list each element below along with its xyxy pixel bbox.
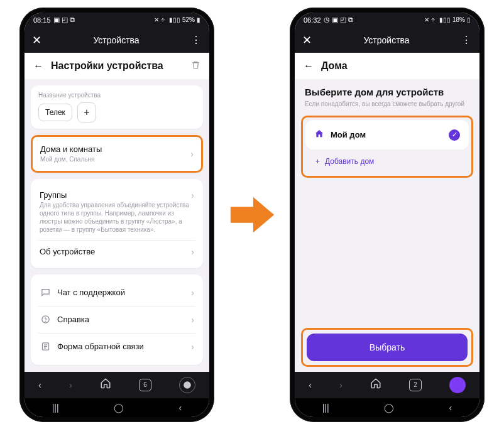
homes-list-highlight: Мой дом ✓ + Добавить дом bbox=[301, 116, 473, 178]
help-label: Справка bbox=[57, 315, 89, 324]
home-option-label: Мой дом bbox=[331, 130, 366, 139]
signal-icon: ▮▯▯ bbox=[439, 16, 451, 23]
about-row[interactable]: Об устройстве › bbox=[38, 242, 195, 262]
add-name-button[interactable]: + bbox=[77, 102, 96, 122]
app-bar: ✕ Устройства ⋮ bbox=[25, 28, 209, 53]
notif-icon: ▣ ◰ ⧉ bbox=[53, 16, 75, 24]
nav-forward-icon[interactable]: › bbox=[339, 379, 342, 390]
device-name-card: Название устройства Телек + bbox=[31, 85, 203, 129]
nav-tabs-button[interactable]: 2 bbox=[409, 379, 422, 391]
confirm-button-highlight: Выбрать bbox=[301, 328, 473, 367]
nav-tabs-button[interactable]: 6 bbox=[139, 379, 151, 391]
nav-home-icon[interactable] bbox=[100, 377, 111, 392]
mute-icon: ✕ bbox=[424, 16, 429, 23]
nav-home-icon[interactable] bbox=[370, 377, 381, 392]
status-bar: 06:32 ◷ ▣ ◰ ⧉ ✕ ᯤ ▮▯▯ 18% ▯ bbox=[295, 13, 479, 28]
choose-home-subtitle: Если понадобится, вы всегда сможете выбр… bbox=[305, 100, 469, 109]
chevron-right-icon: › bbox=[191, 342, 194, 352]
home-icon bbox=[314, 129, 324, 141]
sys-home-icon[interactable]: ◯ bbox=[384, 403, 394, 413]
homes-rooms-card[interactable]: Дома и комнаты Мой дом, Спальня › bbox=[31, 135, 203, 173]
transition-arrow bbox=[227, 193, 277, 237]
system-nav: ||| ◯ ‹ bbox=[25, 398, 209, 417]
plus-icon: + bbox=[315, 157, 320, 166]
browser-nav: ‹ › 2 bbox=[295, 372, 479, 398]
back-icon[interactable]: ← bbox=[304, 60, 314, 72]
sys-recent-icon[interactable]: ||| bbox=[52, 403, 59, 413]
mute-icon: ✕ bbox=[154, 16, 159, 23]
app-bar: ✕ Устройства ⋮ bbox=[295, 28, 479, 53]
appbar-title: Устройства bbox=[363, 35, 409, 45]
right-phone: 06:32 ◷ ▣ ◰ ⧉ ✕ ᯤ ▮▯▯ 18% ▯ ✕ Устройства… bbox=[290, 8, 485, 422]
support-card: Чат с поддержкой › Справка bbox=[31, 274, 203, 365]
sys-recent-icon[interactable]: ||| bbox=[322, 403, 329, 413]
notif-icon: ◷ ▣ ◰ ⧉ bbox=[324, 16, 353, 24]
chevron-right-icon: › bbox=[190, 149, 194, 159]
sys-back-icon[interactable]: ‹ bbox=[449, 403, 452, 413]
page-header: ← Дома bbox=[295, 53, 479, 79]
homes-rooms-subtitle: Мой дом, Спальня bbox=[40, 155, 102, 163]
select-button[interactable]: Выбрать bbox=[307, 334, 468, 361]
signal-icon: ▮▯▯ bbox=[169, 16, 180, 23]
more-icon[interactable]: ⋮ bbox=[191, 34, 202, 46]
appbar-title: Устройства bbox=[93, 35, 139, 45]
nav-forward-icon[interactable]: › bbox=[69, 379, 72, 390]
chat-support-label: Чат с поддержкой bbox=[57, 288, 125, 297]
chat-icon bbox=[40, 287, 51, 298]
groups-title: Группы bbox=[40, 190, 191, 200]
nav-assistant-button[interactable] bbox=[449, 377, 466, 393]
svg-point-1 bbox=[45, 321, 46, 322]
choose-home-title: Выберите дом для устройств bbox=[305, 87, 469, 97]
left-phone: 08:15 ▣ ◰ ⧉ ✕ ᯤ ▮▯▯ 52% ▮ ✕ Устройства ⋮ bbox=[19, 8, 214, 422]
svg-point-3 bbox=[184, 381, 191, 389]
add-home-label: Добавить дом bbox=[325, 157, 374, 166]
device-name-chip[interactable]: Телек bbox=[38, 104, 72, 121]
choose-home-header: Выберите дом для устройств Если понадоби… bbox=[295, 79, 479, 111]
wifi-icon: ᯤ bbox=[431, 16, 437, 23]
nav-assistant-button[interactable] bbox=[179, 377, 195, 393]
nav-back-icon[interactable]: ‹ bbox=[38, 379, 41, 390]
close-icon[interactable]: ✕ bbox=[302, 33, 312, 47]
status-time: 06:32 bbox=[304, 16, 321, 24]
groups-about-card: Группы Для удобства управления объединяй… bbox=[31, 179, 203, 268]
battery-icon: ▮ bbox=[197, 16, 200, 23]
status-time: 08:15 bbox=[33, 16, 51, 24]
groups-row[interactable]: Группы Для удобства управления объединяй… bbox=[38, 185, 195, 239]
page-header: ← Настройки устройства bbox=[25, 53, 209, 79]
feedback-row[interactable]: Форма обратной связи › bbox=[38, 335, 195, 359]
battery-icon: ▯ bbox=[467, 16, 471, 23]
help-row[interactable]: Справка › bbox=[38, 308, 195, 332]
status-battery: 52% bbox=[182, 16, 195, 23]
trash-icon[interactable] bbox=[191, 60, 200, 72]
nav-back-icon[interactable]: ‹ bbox=[309, 379, 312, 390]
chevron-right-icon: › bbox=[191, 190, 194, 200]
device-name-label: Название устройства bbox=[38, 92, 195, 99]
wifi-icon: ᯤ bbox=[161, 16, 167, 23]
home-option-row[interactable]: Мой дом ✓ bbox=[305, 120, 469, 149]
more-icon[interactable]: ⋮ bbox=[461, 34, 472, 46]
chat-support-row[interactable]: Чат с поддержкой › bbox=[38, 281, 195, 305]
sys-home-icon[interactable]: ◯ bbox=[114, 403, 124, 413]
sys-back-icon[interactable]: ‹ bbox=[179, 403, 182, 413]
help-icon bbox=[40, 314, 51, 325]
feedback-label: Форма обратной связи bbox=[57, 342, 144, 351]
homes-rooms-title: Дома и комнаты bbox=[40, 144, 102, 154]
chevron-right-icon: › bbox=[191, 288, 194, 298]
status-battery: 18% bbox=[452, 16, 465, 23]
chevron-right-icon: › bbox=[191, 315, 194, 325]
form-icon bbox=[40, 341, 51, 352]
back-icon[interactable]: ← bbox=[33, 60, 43, 72]
page-title: Настройки устройства bbox=[51, 60, 163, 72]
system-nav: ||| ◯ ‹ bbox=[295, 398, 479, 417]
close-icon[interactable]: ✕ bbox=[32, 33, 41, 47]
chevron-right-icon: › bbox=[191, 247, 194, 257]
about-title: Об устройстве bbox=[40, 247, 95, 256]
page-title: Дома bbox=[321, 60, 348, 72]
add-home-row[interactable]: + Добавить дом bbox=[305, 149, 469, 173]
browser-nav: ‹ › 6 bbox=[25, 372, 209, 398]
status-bar: 08:15 ▣ ◰ ⧉ ✕ ᯤ ▮▯▯ 52% ▮ bbox=[25, 13, 209, 28]
selected-check-icon: ✓ bbox=[449, 129, 460, 141]
groups-subtitle: Для удобства управления объединяйте устр… bbox=[40, 201, 191, 234]
